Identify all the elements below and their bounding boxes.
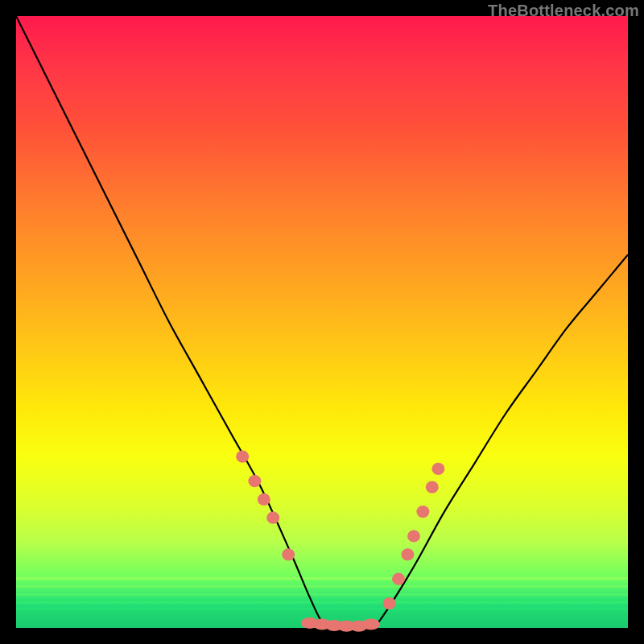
marker-dot (362, 618, 380, 630)
marker-dot (266, 512, 279, 524)
watermark-text: TheBottleneck.com (488, 2, 639, 20)
marker-dot (248, 475, 261, 487)
marker-dot (401, 548, 414, 560)
marker-dot (407, 530, 420, 542)
curve-svg (16, 16, 628, 628)
plot-area (16, 16, 628, 628)
marker-dot (416, 506, 429, 518)
marker-dot (392, 573, 405, 585)
marker-dot (236, 451, 249, 463)
markers-right-group (383, 463, 445, 609)
marker-dot (431, 463, 444, 475)
chart-frame: TheBottleneck.com (0, 0, 644, 644)
bottleneck-curve (16, 16, 628, 629)
marker-dot (426, 481, 439, 493)
marker-dot (383, 597, 396, 609)
marker-dot (282, 548, 295, 560)
markers-floor-group (301, 617, 380, 632)
marker-dot (258, 493, 270, 506)
